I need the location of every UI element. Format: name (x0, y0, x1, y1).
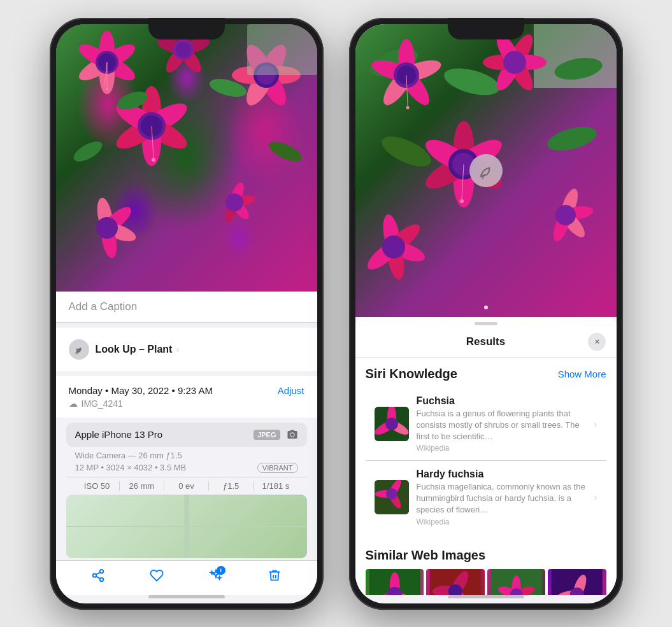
page-dot (484, 306, 488, 309)
hardy-chevron: › (594, 492, 597, 502)
exif-aperture: ƒ1.5 (209, 481, 254, 491)
share-button[interactable] (91, 568, 105, 582)
fuchsia-text: Fuchsia Fuchsia is a genus of flowering … (417, 395, 587, 453)
hardy-source: Wikipedia (417, 518, 587, 526)
show-more-button[interactable]: Show More (558, 369, 606, 379)
caption-area[interactable]: Add a Caption (56, 292, 317, 323)
sheet-handle (475, 322, 497, 325)
fuchsia-desc: Fuchsia is a genus of flowering plants t… (417, 408, 587, 443)
results-sheet: Results × Siri Knowledge Show More (355, 317, 617, 595)
knowledge-item-hardy[interactable]: Hardy fuchsia Fuchsia magellanica, commo… (366, 461, 606, 534)
visual-lookup-icon (478, 162, 494, 179)
favorite-button[interactable] (150, 568, 164, 582)
map-preview[interactable] (66, 495, 307, 558)
delete-button[interactable] (268, 568, 282, 582)
lookup-section[interactable]: Look Up – Plant › (56, 328, 317, 371)
toolbar: i (56, 560, 317, 595)
info-badge: i (217, 566, 225, 575)
svg-point-83 (460, 199, 464, 203)
phone-notch-right (448, 18, 524, 39)
svg-point-44 (225, 194, 243, 211)
date-row: Monday • May 30, 2022 • 9:23 AM Adjust (69, 385, 304, 396)
jpeg-badge: JPEG (254, 430, 280, 440)
lookup-icon (69, 339, 89, 360)
fuchsia-thumb-image (375, 407, 409, 441)
hardy-thumb-image (375, 480, 409, 514)
close-button[interactable]: × (588, 333, 606, 351)
left-phone: Add a Caption Look Up – Plant › (50, 18, 324, 610)
svg-point-99 (385, 418, 398, 430)
svg-point-51 (290, 433, 294, 436)
exif-focal: 26 mm (120, 481, 164, 491)
date-text: Monday • May 30, 2022 • 9:23 AM (69, 385, 213, 396)
similar-images-row[interactable] (366, 569, 606, 595)
device-section: Apple iPhone 13 Pro JPEG Wide Camera — 2… (66, 423, 307, 495)
exif-iso: ISO 50 (75, 481, 120, 491)
leaf-icon (73, 344, 85, 355)
lookup-row[interactable]: Look Up – Plant › (69, 337, 304, 362)
knowledge-card: Fuchsia Fuchsia is a genus of flowering … (366, 388, 606, 534)
photo-display-right[interactable] (355, 24, 617, 317)
svg-point-104 (386, 488, 397, 500)
trash-icon (268, 568, 282, 582)
hardy-name: Hardy fuchsia (417, 468, 587, 480)
vibrant-badge: VIBRANT (257, 463, 298, 473)
lookup-chevron: › (176, 344, 180, 355)
fuchsia-thumbnail (375, 407, 409, 441)
home-indicator-right (448, 595, 524, 598)
exif-ev: 0 ev (164, 481, 209, 491)
exif-row: ISO 50 26 mm 0 ev ƒ1.5 1/181 s (66, 477, 307, 495)
hardy-thumbnail (375, 480, 409, 514)
photo-display[interactable] (56, 24, 317, 292)
hardy-text: Hardy fuchsia Fuchsia magellanica, commo… (417, 468, 587, 526)
svg-point-73 (503, 51, 526, 74)
device-badges: JPEG (254, 429, 297, 440)
knowledge-item-fuchsia[interactable]: Fuchsia Fuchsia is a genus of flowering … (366, 388, 606, 461)
heart-icon (150, 568, 164, 582)
lookup-label: Look Up – Plant › (96, 344, 180, 355)
cloud-icon: ☁ (69, 398, 78, 409)
similar-image-4[interactable] (548, 569, 606, 595)
home-indicator (148, 595, 225, 598)
svg-rect-50 (247, 24, 317, 75)
info-badge-label: i (220, 567, 222, 574)
sheet-content[interactable]: Siri Knowledge Show More (355, 358, 617, 595)
caption-placeholder: Add a Caption (69, 300, 138, 313)
camera-icon (287, 429, 298, 440)
svg-point-88 (555, 205, 576, 225)
siri-knowledge-section: Siri Knowledge Show More (355, 358, 617, 539)
svg-point-39 (266, 137, 304, 166)
exif-shutter: 1/181 s (254, 481, 297, 491)
location-row: ☁ IMG_4241 (69, 398, 304, 409)
section-header: Siri Knowledge Show More (366, 367, 606, 381)
adjust-button[interactable]: Adjust (278, 385, 304, 396)
siri-knowledge-title: Siri Knowledge (366, 367, 457, 381)
similar-title: Similar Web Images (366, 548, 486, 563)
similar-section: Similar Web Images (355, 539, 617, 595)
close-icon: × (595, 337, 600, 346)
similar-header: Similar Web Images (366, 548, 606, 563)
svg-point-49 (96, 217, 118, 239)
results-title: Results (466, 335, 505, 348)
similar-image-3[interactable] (487, 569, 546, 595)
svg-point-35 (152, 158, 155, 162)
fuchsia-name: Fuchsia (417, 395, 587, 407)
results-header: Results × (355, 328, 617, 358)
svg-point-10 (106, 88, 108, 90)
visual-lookup-button[interactable] (469, 154, 503, 187)
file-name: IMG_4241 (82, 398, 123, 409)
svg-point-94 (382, 236, 405, 258)
right-phone: Results × Siri Knowledge Show More (349, 18, 623, 610)
svg-point-17 (176, 42, 191, 57)
camera-specs: Wide Camera — 26 mm ƒ1.5 12 MP • 3024 × … (66, 447, 307, 477)
info-button[interactable]: i (209, 568, 223, 582)
right-screen: Results × Siri Knowledge Show More (355, 24, 617, 603)
svg-point-56 (377, 130, 434, 172)
similar-image-2[interactable] (426, 569, 485, 595)
left-screen: Add a Caption Look Up – Plant › (56, 24, 317, 603)
similar-image-1[interactable] (366, 569, 424, 595)
fuchsia-chevron: › (594, 419, 597, 429)
device-row: Apple iPhone 13 Pro JPEG (66, 423, 307, 447)
fuchsia-source: Wikipedia (417, 444, 587, 453)
phone-notch (148, 18, 225, 39)
